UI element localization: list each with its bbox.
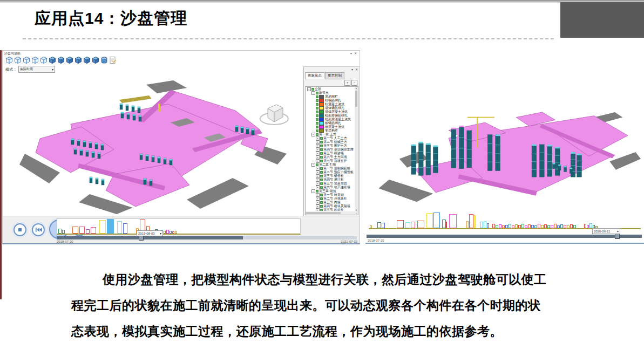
- checkbox-checked-icon[interactable]: ✓: [316, 122, 318, 125]
- mode-select[interactable]: 实际时间 ▾: [18, 66, 55, 73]
- checkbox-checked-icon[interactable]: ✓: [316, 95, 318, 98]
- checkbox-checked-icon[interactable]: ✓: [320, 197, 323, 200]
- expand-icon[interactable]: +: [316, 204, 320, 208]
- timeline-bar: [474, 215, 476, 228]
- timeline-bar: [557, 225, 560, 228]
- stop-button[interactable]: [13, 223, 26, 236]
- expand-icon[interactable]: +: [316, 155, 320, 159]
- chevron-down-icon[interactable]: ▾: [350, 51, 352, 55]
- checkbox-checked-icon[interactable]: ✓: [320, 175, 323, 177]
- checkbox-checked-icon[interactable]: ✓: [320, 152, 323, 155]
- checkbox-checked-icon[interactable]: ✓: [320, 201, 323, 204]
- checkbox-checked-icon[interactable]: ✓: [320, 194, 323, 196]
- timeline-bar: [554, 224, 557, 228]
- scroll-right-icon[interactable]: ›: [355, 211, 358, 215]
- checkbox-checked-icon[interactable]: ✓: [320, 145, 323, 147]
- cube-filled-icon[interactable]: [57, 56, 65, 64]
- mode-label: 模式：: [5, 67, 17, 72]
- cube-filled-icon[interactable]: [74, 56, 82, 64]
- checkbox-checked-icon[interactable]: ✓: [316, 190, 318, 193]
- cube-outline-icon[interactable]: [23, 56, 30, 64]
- timeline-bar: [382, 223, 385, 228]
- checkbox-checked-icon[interactable]: ✓: [320, 148, 323, 151]
- cube-filled-icon[interactable]: [66, 56, 73, 64]
- expand-icon[interactable]: +: [316, 167, 320, 170]
- cube-outline-icon[interactable]: [5, 56, 13, 64]
- report-icon[interactable]: [109, 56, 117, 64]
- collapse-all-button[interactable]: −: [351, 80, 357, 86]
- close-icon[interactable]: ✕: [355, 67, 358, 71]
- vertical-scrollbar[interactable]: ▲ ▼: [355, 87, 358, 211]
- collapse-icon[interactable]: −: [311, 163, 315, 167]
- scrollbar-thumb[interactable]: [306, 212, 341, 214]
- expand-icon[interactable]: +: [316, 136, 320, 140]
- body-line: 使用沙盘管理，把模型构件状态与模型进行关联，然后通过沙盘驾驶舱可以使工: [71, 266, 584, 292]
- tree-mini-toolbar: + −: [344, 80, 357, 86]
- scrollbar-thumb[interactable]: [355, 91, 357, 107]
- checkbox-checked-icon[interactable]: ✓: [320, 137, 323, 140]
- checkbox-checked-icon[interactable]: ✓: [320, 167, 323, 170]
- horizontal-scrollbar[interactable]: [306, 211, 355, 215]
- timeline-bar: [509, 224, 511, 228]
- tab-image-status[interactable]: 形象状态: [305, 72, 324, 79]
- checkbox-checked-icon[interactable]: ✓: [316, 99, 318, 102]
- checkbox-checked-icon[interactable]: ✓: [316, 118, 318, 121]
- checkbox-checked-icon[interactable]: ✓: [316, 129, 318, 132]
- cube-filled-icon[interactable]: [92, 56, 99, 64]
- view-cube-icon[interactable]: [258, 101, 293, 128]
- expand-icon[interactable]: +: [316, 197, 320, 201]
- model-viewport[interactable]: [3, 73, 303, 216]
- tab-display-control[interactable]: 显示控制: [325, 72, 344, 79]
- database-icon[interactable]: [100, 56, 108, 64]
- checkbox-checked-icon[interactable]: ✓: [320, 141, 323, 143]
- current-date-select[interactable]: 2020-06-11 ▾: [592, 228, 620, 234]
- cube-filled-icon[interactable]: [83, 56, 91, 64]
- collapse-icon[interactable]: −: [311, 91, 315, 95]
- checkbox-checked-icon[interactable]: ✓: [316, 126, 318, 128]
- checkbox-checked-icon[interactable]: ✓: [316, 103, 318, 106]
- checkbox-checked-icon[interactable]: ✓: [320, 205, 323, 208]
- timeline-slider-handle[interactable]: [615, 234, 620, 239]
- expand-icon[interactable]: +: [316, 193, 320, 197]
- timeline-bar: [79, 227, 85, 234]
- close-icon[interactable]: ✕: [354, 51, 357, 55]
- expand-icon[interactable]: +: [316, 152, 320, 155]
- timeline-bar: [99, 220, 106, 234]
- checkbox-checked-icon[interactable]: ✓: [320, 171, 323, 174]
- cube-outline-icon[interactable]: [31, 56, 39, 64]
- scroll-up-icon[interactable]: ▲: [355, 87, 357, 90]
- chevron-down-icon[interactable]: ▾: [351, 67, 353, 71]
- checkbox-checked-icon[interactable]: ✓: [320, 182, 323, 185]
- checkbox-checked-icon[interactable]: ✓: [320, 209, 323, 211]
- cube-outline-icon[interactable]: [40, 56, 48, 64]
- collapse-icon[interactable]: −: [311, 133, 315, 136]
- cube-outline-icon[interactable]: [14, 56, 22, 64]
- checkbox-checked-icon[interactable]: ✓: [316, 163, 318, 166]
- checkbox-checked-icon[interactable]: ✓: [316, 92, 318, 94]
- timeline-track[interactable]: [367, 235, 642, 238]
- previous-button[interactable]: [32, 223, 45, 236]
- expand-icon[interactable]: +: [316, 178, 320, 182]
- timeline-bar: [587, 225, 589, 228]
- collapse-icon[interactable]: −: [311, 189, 315, 193]
- checkbox-checked-icon[interactable]: ✓: [316, 107, 318, 109]
- expand-icon[interactable]: +: [316, 148, 320, 152]
- tree-item[interactable]: −✓全部: [306, 87, 354, 91]
- checkbox-checked-icon[interactable]: ✓: [311, 88, 314, 91]
- collapse-icon[interactable]: −: [307, 87, 311, 91]
- current-date-select[interactable]: 2019-08-03 ▾: [137, 230, 163, 236]
- expand-icon[interactable]: +: [316, 144, 320, 148]
- expand-icon[interactable]: +: [316, 140, 320, 144]
- expand-icon[interactable]: +: [316, 182, 320, 186]
- expand-icon[interactable]: +: [316, 208, 320, 211]
- expand-icon[interactable]: +: [316, 170, 320, 174]
- checkbox-checked-icon[interactable]: ✓: [316, 133, 318, 136]
- expand-icon[interactable]: +: [316, 201, 320, 204]
- cube-filled-icon[interactable]: [49, 56, 56, 64]
- expand-icon[interactable]: +: [316, 174, 320, 178]
- checkbox-checked-icon[interactable]: ✓: [316, 111, 318, 113]
- checkbox-checked-icon[interactable]: ✓: [320, 156, 323, 159]
- checkbox-checked-icon[interactable]: ✓: [316, 114, 318, 117]
- checkbox-checked-icon[interactable]: ✓: [320, 179, 323, 181]
- expand-all-button[interactable]: +: [344, 80, 350, 86]
